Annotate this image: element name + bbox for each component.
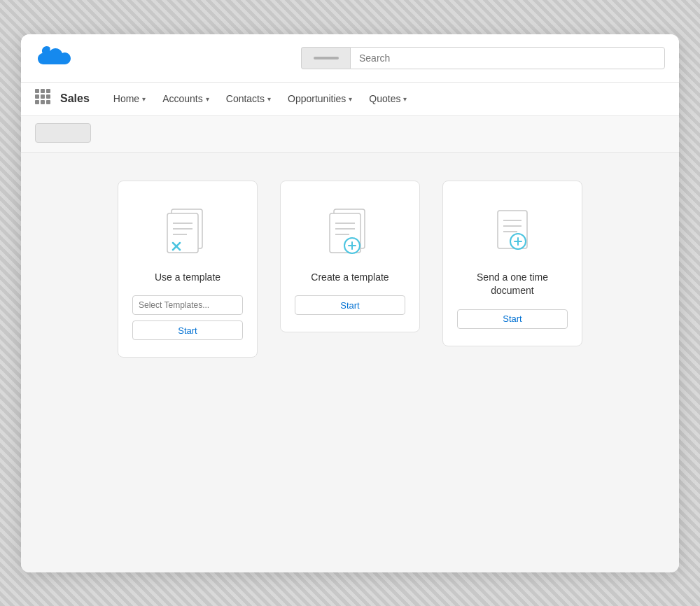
chevron-down-icon: ▾	[142, 95, 146, 103]
grid-dot	[35, 89, 39, 93]
grid-dot	[41, 100, 45, 104]
svg-rect-4	[167, 213, 198, 253]
salesforce-logo	[35, 45, 71, 71]
search-area	[301, 47, 665, 69]
grid-dot	[35, 94, 39, 99]
create-template-start-button[interactable]: Start	[295, 295, 405, 315]
grid-dot	[41, 89, 45, 93]
card-create-template: Create a template Start	[280, 181, 420, 333]
nav-label-accounts: Accounts	[162, 93, 203, 104]
nav-label-quotes: Quotes	[369, 93, 400, 104]
nav-label-opportunities: Opportunities	[288, 93, 346, 104]
nav-item-accounts[interactable]: Accounts ▾	[155, 89, 216, 108]
card-send-one-time-title: Send a one time document	[457, 271, 568, 298]
create-template-icon	[322, 204, 378, 260]
nav-item-quotes[interactable]: Quotes ▾	[362, 89, 414, 108]
chevron-down-icon: ▾	[267, 95, 271, 103]
card-create-template-action: Start	[295, 295, 405, 315]
use-template-icon	[160, 204, 216, 260]
nav-item-home[interactable]: Home ▾	[106, 89, 153, 108]
card-send-one-time-action: Start	[457, 309, 568, 329]
card-create-template-title: Create a template	[311, 271, 388, 285]
grid-dot	[46, 100, 50, 104]
use-template-start-button[interactable]: Start	[132, 320, 243, 340]
main-content: Use a template Start	[21, 153, 679, 572]
header	[21, 34, 679, 83]
app-name: Sales	[60, 92, 90, 105]
nav-label-contacts: Contacts	[226, 93, 265, 104]
template-select-row	[132, 295, 243, 315]
card-use-template: Use a template Start	[118, 181, 258, 358]
app-grid-icon[interactable]	[35, 89, 55, 108]
card-use-template-title: Use a template	[155, 271, 220, 285]
app-window: Sales Home ▾ Accounts ▾ Contacts ▾ Oppor…	[21, 34, 679, 572]
grid-dot	[35, 100, 39, 104]
card-send-one-time: Send a one time document Start	[442, 181, 582, 346]
send-one-time-start-button[interactable]: Start	[457, 309, 568, 329]
nav-item-opportunities[interactable]: Opportunities ▾	[281, 89, 359, 108]
template-select-input[interactable]	[133, 300, 243, 310]
card-use-template-action: Start	[132, 295, 243, 340]
chevron-down-icon: ▾	[403, 95, 407, 103]
nav-label-home: Home	[113, 93, 139, 104]
toolbar	[21, 116, 679, 153]
search-prefix-bar	[314, 57, 339, 59]
nav-item-contacts[interactable]: Contacts ▾	[219, 89, 278, 108]
send-one-time-icon	[484, 204, 540, 260]
grid-dot	[41, 94, 45, 99]
grid-dot	[46, 89, 50, 93]
navbar: Sales Home ▾ Accounts ▾ Contacts ▾ Oppor…	[21, 83, 679, 116]
chevron-down-icon: ▾	[349, 95, 352, 103]
logo-area	[35, 45, 71, 71]
toolbar-button[interactable]	[35, 123, 91, 143]
nav-items: Home ▾ Accounts ▾ Contacts ▾ Opportuniti…	[106, 89, 414, 108]
search-input[interactable]	[350, 47, 665, 69]
search-prefix	[301, 47, 350, 69]
grid-dot	[46, 94, 50, 99]
chevron-down-icon: ▾	[206, 95, 209, 103]
